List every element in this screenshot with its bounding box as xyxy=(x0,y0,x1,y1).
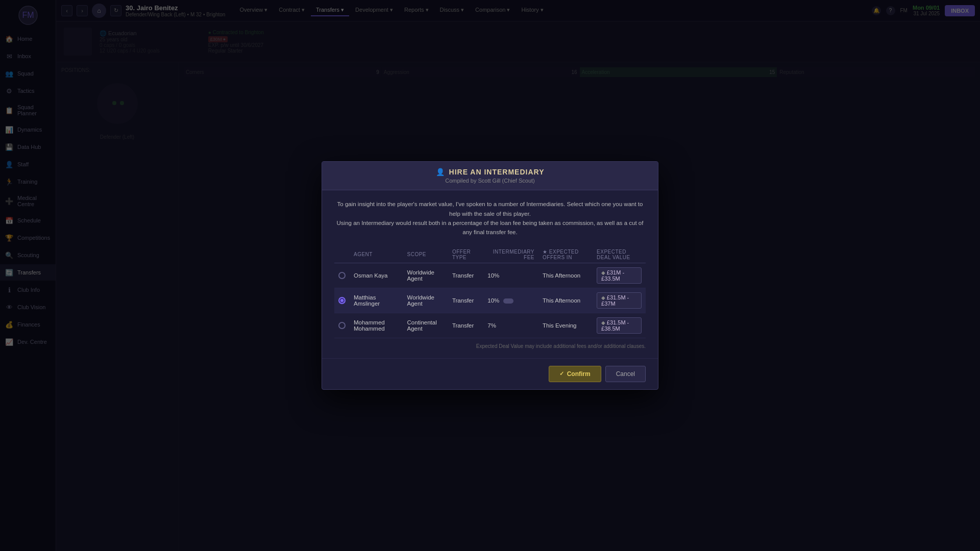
modal-description: To gain insight into the player's market… xyxy=(334,199,646,237)
col-agent: AGENT xyxy=(350,246,403,263)
table-row: Matthias Amslinger Worldwide Agent Trans… xyxy=(334,288,646,313)
agent-table-head: AGENT SCOPE OFFER TYPE INTERMEDIARY FEE … xyxy=(334,246,646,263)
col-select xyxy=(334,246,350,263)
modal-title: 👤 HIRE AN INTERMEDIARY xyxy=(332,168,648,176)
col-deal-value: EXPECTED DEAL VALUE xyxy=(593,246,646,263)
confirm-button[interactable]: ✓ Confirm xyxy=(549,366,601,382)
agent-2-fee: 10% xyxy=(483,288,538,313)
agent-1-radio[interactable] xyxy=(338,272,346,279)
table-row: Osman Kaya Worldwide Agent Transfer 10% … xyxy=(334,263,646,288)
agent-2-name: Matthias Amslinger xyxy=(350,288,403,313)
modal-subtitle: Compiled by Scott Gill (Chief Scout) xyxy=(332,178,648,184)
cancel-button[interactable]: Cancel xyxy=(605,366,646,382)
agent-2-expected: This Afternoon xyxy=(538,288,593,313)
modal-overlay: 👤 HIRE AN INTERMEDIARY Compiled by Scott… xyxy=(0,0,980,551)
agent-1-name: Osman Kaya xyxy=(350,263,403,288)
agent-3-deal-value: ◆ £31.5M - £38.5M xyxy=(593,313,646,338)
col-offer-type: OFFER TYPE xyxy=(448,246,483,263)
col-scope: SCOPE xyxy=(403,246,448,263)
person-icon: 👤 xyxy=(436,168,445,176)
modal-body: To gain insight into the player's market… xyxy=(322,190,658,358)
agent-3-offer-type: Transfer xyxy=(448,313,483,338)
table-row: Mohammed Mohammed Continental Agent Tran… xyxy=(334,313,646,338)
agent-table: AGENT SCOPE OFFER TYPE INTERMEDIARY FEE … xyxy=(334,246,646,338)
agent-1-scope: Worldwide Agent xyxy=(403,263,448,288)
agent-2-radio[interactable] xyxy=(338,297,346,304)
agent-1-expected: This Afternoon xyxy=(538,263,593,288)
agent-1-fee: 10% xyxy=(483,263,538,288)
agent-1-deal-value: ◆ £31M - £33.5M xyxy=(593,263,646,288)
agent-table-body: Osman Kaya Worldwide Agent Transfer 10% … xyxy=(334,263,646,338)
agent-2-scope: Worldwide Agent xyxy=(403,288,448,313)
hire-intermediary-modal: 👤 HIRE AN INTERMEDIARY Compiled by Scott… xyxy=(322,161,658,390)
agent-1-offer-type: Transfer xyxy=(448,263,483,288)
agent-3-fee: 7% xyxy=(483,313,538,338)
agent-2-offer-type: Transfer xyxy=(448,288,483,313)
col-expected-offers: ★ EXPECTED OFFERS IN xyxy=(538,246,593,263)
agent-3-expected: This Evening xyxy=(538,313,593,338)
checkmark-icon: ✓ xyxy=(559,370,564,377)
agent-3-radio[interactable] xyxy=(338,322,346,329)
modal-footer: ✓ Confirm Cancel xyxy=(322,358,658,389)
agent-2-deal-value: ◆ £31.5M - £37M xyxy=(593,288,646,313)
col-fee: INTERMEDIARY FEE xyxy=(483,246,538,263)
agent-3-scope: Continental Agent xyxy=(403,313,448,338)
agent-3-name: Mohammed Mohammed xyxy=(350,313,403,338)
modal-footnote: Expected Deal Value may include addition… xyxy=(334,343,646,349)
modal-header: 👤 HIRE AN INTERMEDIARY Compiled by Scott… xyxy=(322,162,658,190)
